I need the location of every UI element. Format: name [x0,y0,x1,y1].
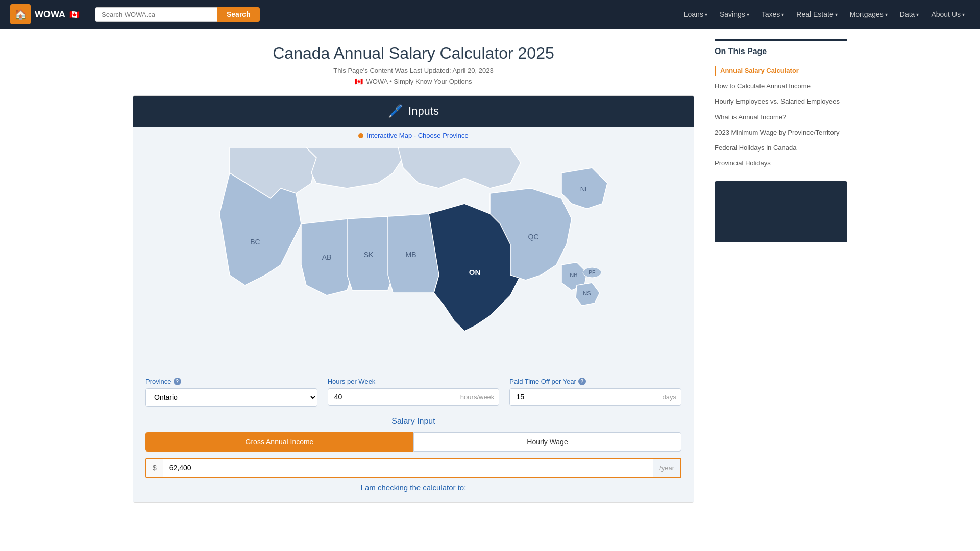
flag-icon: 🇨🇦 [69,10,80,19]
chevron-down-icon: ▾ [705,12,707,17]
checking-text: I am checking the calculator to: [145,483,681,492]
canada-map[interactable]: BC AB SK MB ON [204,142,623,362]
mb-label: MB [406,251,416,259]
search-button[interactable]: Search [217,7,260,22]
toc-how-to-calculate[interactable]: How to Calculate Annual Income [715,82,847,91]
toc-annual-salary[interactable]: Annual Salary Calculator [715,66,847,76]
ab-label: AB [322,253,332,261]
salary-input-wrapper: $ /year [145,458,681,478]
toc-list: Annual Salary Calculator How to Calculat… [715,63,847,171]
tab-hourly-wage[interactable]: Hourly Wage [413,432,681,452]
nav-mortgages[interactable]: Mortgages ▾ [845,6,893,22]
qc-label: QC [528,233,539,241]
navbar: 🏠 WOWA 🇨🇦 Search Loans ▾ Savings ▾ Taxes… [0,0,980,29]
brand-name: WOWA [35,9,65,20]
page-updated: This Page's Content Was Last Updated: Ap… [133,67,694,74]
toc-provincial-holidays[interactable]: Provincial Holidays [715,159,847,168]
chevron-down-icon: ▾ [835,12,838,17]
pto-label: Paid Time Off per Year ? [509,378,681,385]
on-this-page: On This Page Annual Salary Calculator Ho… [715,39,847,171]
hours-unit: hours/week [460,393,494,401]
chevron-down-icon: ▾ [747,12,749,17]
hours-input-wrapper: hours/week [328,388,500,406]
sk-label: SK [364,251,374,259]
pto-unit: days [663,393,676,401]
salary-suffix: /year [653,459,680,477]
province-nunavut[interactable] [398,147,521,188]
toc-minimum-wage[interactable]: 2023 Minimum Wage by Province/Territory [715,128,847,137]
calc-header: 🖊️ Inputs [133,96,694,127]
province-nwt[interactable] [306,147,403,188]
toc-item: 2023 Minimum Wage by Province/Territory [715,125,847,140]
main-layout: Canada Annual Salary Calculator 2025 Thi… [122,29,857,518]
toc-federal-holidays[interactable]: Federal Holidays in Canada [715,143,847,153]
on-label: ON [469,268,481,277]
chevron-down-icon: ▾ [885,12,888,17]
toc-item: Federal Holidays in Canada [715,140,847,156]
salary-value-input[interactable] [163,459,653,477]
content-area: Canada Annual Salary Calculator 2025 Thi… [133,29,704,518]
hours-group: Hours per Week hours/week [328,378,500,406]
province-select[interactable]: Ontario British Columbia Alberta Saskatc… [145,388,317,407]
calc-header-title: Inputs [408,105,439,118]
sidebar: On This Page Annual Salary Calculator Ho… [704,29,847,518]
nav-savings[interactable]: Savings ▾ [715,6,754,22]
bc-label: BC [250,238,260,246]
salary-section: Salary Input Gross Annual Income Hourly … [145,417,681,478]
pto-group: Paid Time Off per Year ? days [509,378,681,406]
form-row-top: Province ? Ontario British Columbia Albe… [145,378,681,407]
calculator-card: 🖊️ Inputs Interactive Map - Choose Provi… [133,95,694,503]
advertisement-box [715,181,847,242]
map-label[interactable]: Interactive Map - Choose Province [358,132,468,139]
salary-input-label: Salary Input [145,417,681,426]
chevron-down-icon: ▾ [781,12,784,17]
brand-logo[interactable]: 🏠 WOWA 🇨🇦 [10,4,80,24]
salary-prefix-icon: $ [146,459,163,477]
logo-icon: 🏠 [10,4,31,24]
search-input[interactable] [95,7,217,22]
on-this-page-title: On This Page [715,47,847,56]
tab-gross-annual[interactable]: Gross Annual Income [145,432,413,452]
province-group: Province ? Ontario British Columbia Albe… [145,378,317,407]
pe-label: PE [589,270,596,276]
ns-label: NS [583,290,591,296]
page-title: Canada Annual Salary Calculator 2025 [133,44,694,63]
toc-item: Provincial Holidays [715,156,847,171]
hours-label: Hours per Week [328,378,500,385]
map-dot-icon [358,133,363,138]
chevron-down-icon: ▾ [916,12,919,17]
nav-about-us[interactable]: About Us ▾ [926,6,970,22]
map-container: Interactive Map - Choose Province [133,127,694,367]
toc-hourly-vs-salaried[interactable]: Hourly Employees vs. Salaried Employees [715,97,847,106]
form-section: Province ? Ontario British Columbia Albe… [133,367,694,502]
salary-tabs: Gross Annual Income Hourly Wage [145,432,681,452]
toc-item: How to Calculate Annual Income [715,79,847,94]
nav-links: Loans ▾ Savings ▾ Taxes ▾ Real Estate ▾ … [679,6,970,22]
nav-loans[interactable]: Loans ▾ [679,6,713,22]
chevron-down-icon: ▾ [962,12,965,17]
pto-input[interactable] [509,388,681,406]
nav-taxes[interactable]: Taxes ▾ [756,6,790,22]
pto-help-icon[interactable]: ? [578,378,586,385]
nl-label: NL [580,185,589,193]
calc-body: Interactive Map - Choose Province [133,127,694,502]
page-brand: 🇨🇦 WOWA • Simply Know Your Options [133,78,694,85]
brand-flag: 🇨🇦 [355,78,363,85]
brand-tagline: WOWA • Simply Know Your Options [366,78,472,85]
search-form: Search [95,7,260,22]
nav-data[interactable]: Data ▾ [895,6,924,22]
inputs-icon: 🖊️ [388,104,403,118]
toc-item: Annual Salary Calculator [715,63,847,79]
toc-item: What is Annual Income? [715,110,847,125]
pto-input-wrapper: days [509,388,681,406]
map-label-text: Interactive Map - Choose Province [366,132,468,139]
toc-item: Hourly Employees vs. Salaried Employees [715,94,847,109]
toc-what-is-annual[interactable]: What is Annual Income? [715,113,847,122]
nb-label: NB [570,272,577,278]
province-help-icon[interactable]: ? [174,378,181,385]
province-label: Province ? [145,378,317,385]
nav-real-estate[interactable]: Real Estate ▾ [791,6,842,22]
